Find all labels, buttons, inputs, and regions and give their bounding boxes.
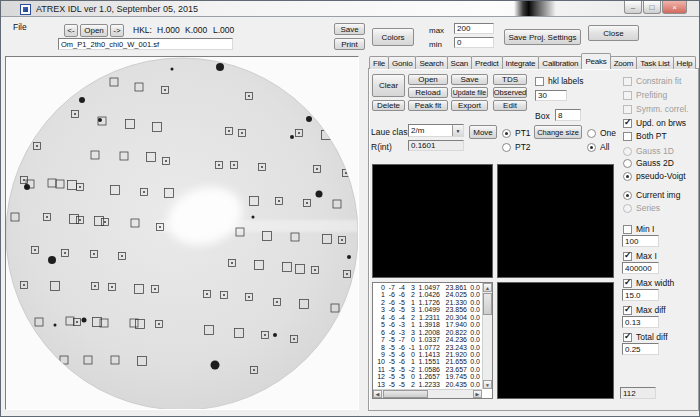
peak-table-row[interactable]: 9-5-601.141321.9200.0 [375, 351, 481, 358]
update-file-button[interactable]: Update file [451, 87, 488, 98]
maximize-button[interactable]: □ [643, 1, 661, 14]
tab-task-list[interactable]: Task List [636, 56, 673, 69]
colors-button[interactable]: Colors [372, 28, 414, 46]
field-total-diff[interactable]: 0.25 [622, 343, 659, 355]
peak-table-row[interactable]: 12-5-501.265719.7450.0 [375, 373, 481, 380]
prev-file-button[interactable]: <- [64, 24, 78, 37]
peak-cell: 1.0499 [415, 306, 440, 313]
radio-pseudo-voigt[interactable]: pseudo-Voigt [623, 171, 686, 181]
radio-gauss-2d[interactable]: Gauss 2D [623, 158, 674, 168]
peak-cell: 0.0 [467, 306, 480, 313]
max-field[interactable]: 200 [454, 23, 494, 34]
radio-one[interactable]: One [587, 128, 616, 138]
tab-scan[interactable]: Scan [447, 56, 472, 69]
checkbox-max-width[interactable]: Max width [623, 278, 674, 288]
tab-help[interactable]: Help [673, 56, 697, 69]
radio-pt2[interactable]: PT2 [502, 142, 531, 152]
tab-peaks[interactable]: Peaks [581, 53, 610, 69]
peak-table-row[interactable]: 7-5-701.033724.2360.0 [375, 336, 481, 343]
peak-fit-button[interactable]: Peak fit [408, 100, 448, 111]
change-size-button[interactable]: Change size [534, 125, 582, 139]
checkbox-max-diff[interactable]: Max diff [623, 305, 666, 315]
label-size-field[interactable]: 30 [535, 90, 567, 101]
diffraction-image-panel[interactable] [5, 56, 359, 410]
profile-panel-top-right[interactable] [497, 164, 614, 278]
next-file-button[interactable]: -> [110, 24, 124, 37]
save-button[interactable]: Save [334, 23, 365, 35]
min-field[interactable]: 0 [454, 37, 494, 48]
radio-all[interactable]: All [587, 142, 609, 152]
move-button[interactable]: Move [469, 125, 497, 139]
file-menu[interactable]: File [13, 22, 27, 32]
delete-button[interactable]: Delete [372, 100, 405, 111]
laue-class-value: 2/m [411, 126, 424, 135]
field-max-width[interactable]: 15.0 [622, 289, 659, 301]
reload-button[interactable]: Reload [408, 87, 448, 98]
tab-file[interactable]: File [369, 56, 389, 69]
tab-integrate[interactable]: Integrate [502, 56, 540, 69]
peak-table-row[interactable]: 3-6-531.049923.8560.0 [375, 306, 481, 313]
scroll-right-icon[interactable]: ▶ [473, 390, 482, 398]
peak-table-row[interactable]: 10-5-611.155121.6550.0 [375, 358, 481, 365]
field-max-diff[interactable]: 0.13 [622, 316, 659, 328]
minimize-button[interactable]: – [624, 1, 642, 14]
peak-table-row[interactable]: 11-5-5-21.058623.6570.0 [375, 366, 481, 373]
export-button[interactable]: Export [451, 100, 488, 111]
checkbox-max-i[interactable]: Max I [623, 251, 657, 261]
scroll-left-icon[interactable]: ◀ [373, 390, 382, 398]
rint-label: R(int) [371, 142, 392, 152]
title-bar[interactable]: ATREX IDL ver 1.0, September 05, 2015 – … [1, 1, 699, 17]
box-size-field[interactable]: 8 [555, 109, 581, 121]
tab-calibration[interactable]: Calibration [538, 56, 582, 69]
checkbox-min-i[interactable]: Min I [623, 224, 654, 234]
horizontal-scrollbar[interactable]: ◀ ▶ [373, 389, 482, 398]
tab-zoom[interactable]: Zoom [610, 56, 638, 69]
checkbox-total-diff[interactable]: Total diff [623, 332, 668, 342]
peak-table-row[interactable]: 8-5-6-11.077223.2430.0 [375, 344, 481, 351]
radio-pt1[interactable]: PT1 [502, 128, 531, 138]
tab-predict[interactable]: Predict [471, 56, 503, 69]
open-peaks-button[interactable]: Open [408, 74, 448, 85]
checkbox-upd-on-brws[interactable]: Upd. on brws [623, 118, 686, 128]
peak-table-row[interactable]: 13-5-521.223320.4350.0 [375, 381, 481, 388]
scroll-down-icon[interactable]: ▼ [483, 380, 492, 389]
peak-table-row[interactable]: 5-6-311.391817.9400.0 [375, 321, 481, 328]
peak-table[interactable]: 0-7-431.049723.8610.01-6-621.042624.0250… [372, 282, 493, 399]
vertical-scrollbar[interactable]: ▲ ▼ [482, 283, 492, 389]
tds-button[interactable]: TDS [493, 74, 527, 85]
peak-cell: -5 [385, 381, 395, 388]
print-button[interactable]: Print [334, 38, 365, 50]
field-max-i[interactable]: 400000 [622, 262, 659, 274]
field-min-i[interactable]: 100 [622, 235, 659, 247]
peak-table-row[interactable]: 0-7-431.049723.8610.0 [375, 284, 481, 291]
k-value: K.000 [185, 25, 207, 35]
scroll-up-icon[interactable]: ▲ [483, 283, 492, 292]
observed-button[interactable]: Observed [493, 87, 527, 98]
profile-panel-top-left[interactable] [372, 164, 493, 278]
edit-button[interactable]: Edit [493, 100, 527, 111]
chevron-down-icon[interactable]: ▼ [452, 125, 463, 136]
peak-table-row[interactable]: 6-6-331.200820.8220.0 [375, 329, 481, 336]
close-window-button[interactable]: × [662, 1, 687, 14]
open-file-button[interactable]: Open [80, 24, 108, 37]
tab-search[interactable]: Search [415, 56, 447, 69]
save-peaks-button[interactable]: Save [451, 74, 488, 85]
close-button[interactable]: Close [588, 25, 639, 41]
peak-table-row[interactable]: 4-6-421.231120.3040.0 [375, 314, 481, 321]
radio-current-img[interactable]: Current img [623, 190, 680, 200]
peak-table-rows: 0-7-431.049723.8610.01-6-621.042624.0250… [375, 284, 481, 389]
tab-gonio[interactable]: Gonio [388, 56, 416, 69]
peak-table-row[interactable]: 2-6-511.172621.3300.0 [375, 299, 481, 306]
clear-button[interactable]: Clear [372, 74, 405, 97]
laue-class-dropdown[interactable]: 2/m ▼ [408, 124, 464, 137]
horizontal-scroll-thumb[interactable] [383, 390, 428, 398]
checkbox-both-pt[interactable]: Both PT [623, 131, 667, 141]
profile-panel-bottom-right[interactable] [497, 282, 614, 399]
save-proj-settings-button[interactable]: Save Proj. Settings [504, 29, 581, 45]
peak-table-row[interactable]: 1-6-621.042624.0250.0 [375, 291, 481, 298]
filename-field[interactable]: Om_P1_2th0_chi0_W_001.sf [58, 38, 233, 50]
vertical-scroll-thumb[interactable] [483, 293, 492, 315]
checkbox-hkl-labels[interactable]: hkl labels [535, 76, 583, 86]
pseudo-voigt-mark [623, 172, 632, 181]
peak-cell: -5 [385, 344, 395, 351]
